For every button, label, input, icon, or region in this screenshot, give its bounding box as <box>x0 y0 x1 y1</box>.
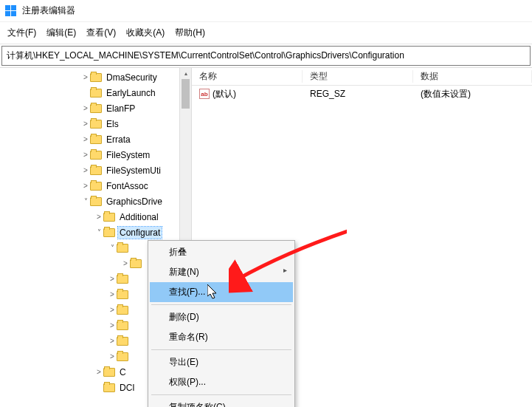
chevron-right-icon[interactable]: > <box>94 213 103 221</box>
list-row[interactable]: ab(默认) REG_SZ (数值未设置) <box>192 86 532 102</box>
tree-item-label <box>131 341 134 342</box>
tree-item-label <box>131 247 134 249</box>
menu-collapse[interactable]: 折叠 <box>150 242 293 262</box>
tree-item[interactable]: >DmaSecurity <box>0 69 191 85</box>
menu-export[interactable]: 导出(E) <box>150 352 293 372</box>
chevron-right-icon[interactable]: > <box>81 182 90 190</box>
tree-item-label <box>131 294 134 295</box>
chevron-right-icon[interactable]: > <box>121 259 130 267</box>
tree-item-label: FontAssoc <box>105 180 150 192</box>
tree-item-label <box>131 278 134 280</box>
chevron-right-icon[interactable]: > <box>108 337 117 345</box>
chevron-right-icon[interactable]: > <box>108 290 117 298</box>
chevron-right-icon[interactable]: > <box>81 151 90 159</box>
tree-item-label: Additional <box>118 211 160 223</box>
list-header: 名称 类型 数据 <box>192 68 532 86</box>
folder-icon <box>117 321 128 330</box>
folder-icon <box>90 197 102 206</box>
tree-item-label <box>131 356 134 358</box>
menu-find[interactable]: 查找(F)... <box>150 282 293 302</box>
tree-item-label: DmaSecurity <box>105 72 159 83</box>
tree-item-label: Errata <box>105 134 132 146</box>
value-name: (默认) <box>213 89 236 99</box>
scroll-thumb[interactable] <box>182 79 190 109</box>
tree-item-label: ElanFP <box>105 103 137 114</box>
menu-edit[interactable]: 编辑(E) <box>46 27 76 39</box>
menu-view[interactable]: 查看(V) <box>86 27 116 39</box>
tree-item[interactable]: >Additional <box>0 209 191 225</box>
folder-icon <box>90 73 102 82</box>
menu-separator <box>151 394 291 395</box>
titlebar: 注册表编辑器 <box>0 0 532 22</box>
tree-item[interactable]: ˅GraphicsDrive <box>0 194 191 209</box>
tree-item-label: Configurat <box>118 227 162 239</box>
folder-icon <box>103 383 115 392</box>
menu-help[interactable]: 帮助(H) <box>175 27 205 39</box>
chevron-down-icon[interactable]: ˅ <box>81 197 90 205</box>
chevron-right-icon[interactable]: > <box>108 321 117 329</box>
tree-item[interactable]: >Els <box>0 116 191 131</box>
folder-icon <box>117 337 128 346</box>
string-value-icon: ab <box>199 89 210 99</box>
folder-icon <box>117 275 128 284</box>
menu-separator <box>151 304 291 305</box>
folder-icon <box>130 259 142 268</box>
folder-icon <box>103 228 115 237</box>
regedit-icon <box>4 5 16 17</box>
chevron-right-icon[interactable]: > <box>108 352 117 360</box>
context-menu: 折叠 新建(N) 查找(F)... 删除(D) 重命名(R) 导出(E) 权限(… <box>148 240 295 407</box>
menu-separator <box>151 349 291 350</box>
chevron-right-icon[interactable]: > <box>94 368 103 376</box>
tree-item-label: GraphicsDrive <box>105 196 164 208</box>
menu-copy-key-name[interactable]: 复制项名称(C) <box>150 397 293 407</box>
folder-icon <box>90 182 102 191</box>
value-data-cell: (数值未设置) <box>413 88 532 100</box>
tree-item-label: Els <box>105 118 120 130</box>
tree-item[interactable]: EarlyLaunch <box>0 85 191 100</box>
chevron-right-icon[interactable]: > <box>81 73 90 81</box>
folder-icon <box>90 89 102 98</box>
menu-rename[interactable]: 重命名(R) <box>150 327 293 347</box>
col-type[interactable]: 类型 <box>303 70 413 83</box>
tree-item-label: EarlyLaunch <box>105 87 157 99</box>
folder-icon <box>117 306 128 315</box>
chevron-right-icon[interactable]: > <box>81 120 90 128</box>
chevron-right-icon[interactable]: > <box>81 166 90 174</box>
menu-delete[interactable]: 删除(D) <box>150 307 293 327</box>
tree-item-label: FileSystem <box>105 149 151 161</box>
chevron-down-icon[interactable]: ˅ <box>94 228 103 236</box>
menu-permissions[interactable]: 权限(P)... <box>150 372 293 392</box>
tree-item-label <box>131 309 134 311</box>
folder-icon <box>90 120 102 129</box>
scroll-up-icon[interactable]: ▴ <box>180 68 191 79</box>
menu-new[interactable]: 新建(N) <box>150 262 293 282</box>
tree-item[interactable]: >FileSystem <box>0 147 191 163</box>
chevron-right-icon[interactable]: > <box>81 104 90 112</box>
chevron-right-icon[interactable]: > <box>108 306 117 314</box>
col-data[interactable]: 数据 <box>413 70 532 83</box>
tree-item[interactable]: >FileSystemUti <box>0 163 191 178</box>
folder-icon <box>103 368 115 377</box>
tree-item[interactable]: >Errata <box>0 131 191 147</box>
value-type-cell: REG_SZ <box>303 89 413 99</box>
folder-icon <box>117 352 128 361</box>
menu-file[interactable]: 文件(F) <box>7 27 36 39</box>
folder-icon <box>90 135 102 144</box>
menu-favorites[interactable]: 收藏夹(A) <box>126 27 165 39</box>
folder-icon <box>90 151 102 160</box>
folder-icon <box>90 166 102 175</box>
folder-icon <box>117 290 128 299</box>
folder-icon <box>90 104 102 113</box>
address-bar[interactable]: 计算机\HKEY_LOCAL_MACHINE\SYSTEM\CurrentCon… <box>1 46 531 66</box>
tree-item[interactable]: >ElanFP <box>0 100 191 116</box>
folder-icon <box>117 244 128 253</box>
chevron-right-icon[interactable]: > <box>108 275 117 283</box>
folder-icon <box>103 213 115 222</box>
tree-item[interactable]: >FontAssoc <box>0 178 191 194</box>
chevron-right-icon[interactable]: > <box>81 135 90 143</box>
tree-item-label: DCI <box>118 382 137 394</box>
col-name[interactable]: 名称 <box>192 70 303 83</box>
chevron-down-icon[interactable]: ˅ <box>108 244 117 252</box>
tree-item-label: FileSystemUti <box>105 165 162 177</box>
tree-item[interactable]: ˅Configurat <box>0 225 191 240</box>
